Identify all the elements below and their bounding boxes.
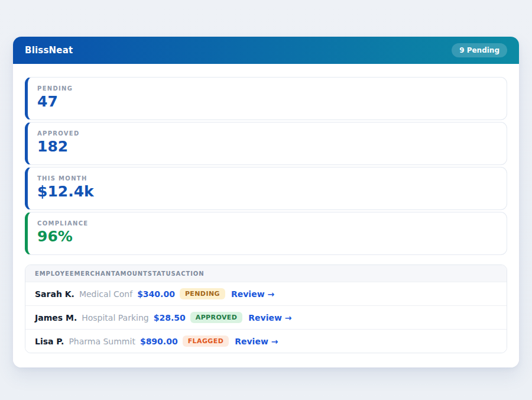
stat-card-this-month: THIS MONTH$12.4k <box>25 167 507 210</box>
stat-label: APPROVED <box>37 130 497 137</box>
review-link[interactable]: Review → <box>231 289 274 299</box>
table-header-row: EMPLOYEEMERCHANTAMOUNTSTATUSACTION <box>25 265 507 282</box>
merchant-name: Medical Conf <box>79 289 132 299</box>
status-badge: FLAGGED <box>183 336 229 347</box>
expense-amount: $340.00 <box>137 289 175 299</box>
employee-name: James M. <box>35 313 77 322</box>
table-row: Sarah K.Medical Conf$340.00PENDINGReview… <box>25 282 507 305</box>
merchant-name: Pharma Summit <box>69 337 135 346</box>
dashboard-card: BlissNeat 9 Pending PENDING47APPROVED182… <box>13 37 519 367</box>
stat-label: THIS MONTH <box>37 175 497 182</box>
merchant-name: Hospital Parking <box>82 313 148 322</box>
stat-value: $12.4k <box>37 183 497 200</box>
column-header-action: ACTION <box>176 270 205 277</box>
table-row: Lisa P.Pharma Summit$890.00FLAGGEDReview… <box>25 329 507 353</box>
column-header-employee: EMPLOYEE <box>35 270 74 277</box>
stat-cards: PENDING47APPROVED182THIS MONTH$12.4kCOMP… <box>25 77 507 255</box>
expense-amount: $28.50 <box>154 313 186 322</box>
column-header-amount: AMOUNT <box>115 270 148 277</box>
stat-label: PENDING <box>37 85 497 92</box>
stat-value: 96% <box>37 228 497 245</box>
app-title: BlissNeat <box>25 45 73 56</box>
review-link[interactable]: Review → <box>248 313 291 322</box>
column-header-status: STATUS <box>148 270 176 277</box>
stat-value: 182 <box>37 138 497 155</box>
pending-count-badge: 9 Pending <box>452 43 507 57</box>
expense-amount: $890.00 <box>140 337 178 346</box>
stat-label: COMPLIANCE <box>37 220 497 227</box>
table-row: James M.Hospital Parking$28.50APPROVEDRe… <box>25 305 507 329</box>
stat-card-approved: APPROVED182 <box>25 122 507 165</box>
review-link[interactable]: Review → <box>235 337 278 346</box>
status-badge: APPROVED <box>190 312 243 323</box>
stat-value: 47 <box>37 93 497 110</box>
employee-name: Sarah K. <box>35 289 74 299</box>
stat-card-compliance: COMPLIANCE96% <box>25 212 507 255</box>
expense-table: EMPLOYEEMERCHANTAMOUNTSTATUSACTION Sarah… <box>25 264 507 353</box>
employee-name: Lisa P. <box>35 337 64 346</box>
table-rows: Sarah K.Medical Conf$340.00PENDINGReview… <box>25 282 507 353</box>
app-header: BlissNeat 9 Pending <box>13 37 519 64</box>
status-badge: PENDING <box>180 288 225 299</box>
dashboard-body: PENDING47APPROVED182THIS MONTH$12.4kCOMP… <box>13 64 519 367</box>
stat-card-pending: PENDING47 <box>25 77 507 120</box>
column-header-merchant: MERCHANT <box>74 270 115 277</box>
